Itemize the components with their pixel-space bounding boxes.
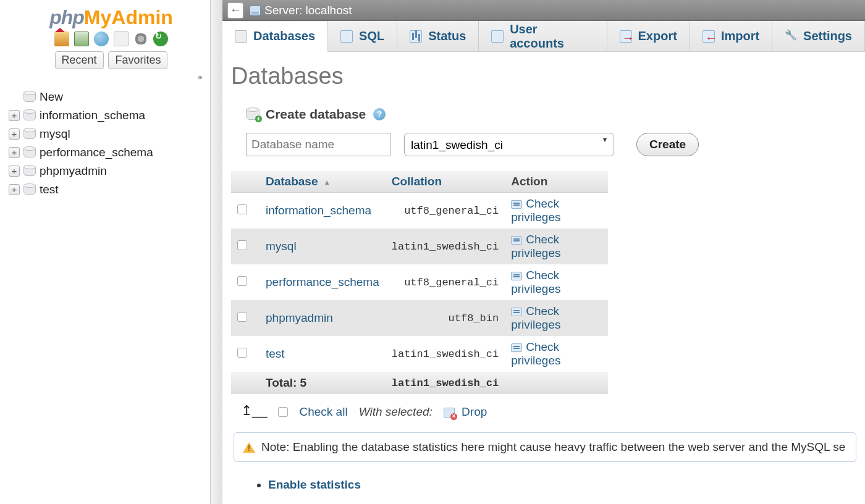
home-icon[interactable] <box>54 32 69 46</box>
top-nav-tabs: Databases SQL Status User accounts Expor… <box>222 21 865 52</box>
collation-text: utf8_general_ci <box>392 205 499 217</box>
database-link[interactable]: information_schema <box>266 204 371 217</box>
tree-item[interactable]: + information_schema <box>9 106 222 125</box>
nav-settings-icon[interactable] <box>133 32 148 46</box>
check-all-checkbox[interactable] <box>278 407 288 417</box>
col-collation[interactable]: Collation <box>386 171 505 193</box>
privileges-icon <box>511 343 522 352</box>
sidebar-tabs: Recent Favorites <box>0 51 222 73</box>
tree-item[interactable]: + mysql <box>9 125 222 143</box>
logout-icon[interactable] <box>74 32 89 46</box>
privileges-icon <box>511 308 522 316</box>
users-tab-icon <box>491 30 504 43</box>
tab-status[interactable]: Status <box>397 21 479 51</box>
query-window-icon[interactable] <box>114 32 129 46</box>
statistics-note: Note: Enabling the database statistics h… <box>234 432 856 462</box>
row-checkbox[interactable] <box>237 312 247 322</box>
expand-icon[interactable]: + <box>9 166 20 177</box>
tab-databases[interactable]: Databases <box>222 21 328 52</box>
database-icon <box>23 166 36 176</box>
note-text: Note: Enabling the database statistics h… <box>261 440 845 454</box>
check-all-link[interactable]: Check all <box>299 405 347 419</box>
help-icon[interactable]: ? <box>373 108 386 120</box>
breadcrumb-bar: ← Server: localhost <box>222 0 865 21</box>
tree-new[interactable]: New <box>9 88 222 106</box>
sidebar-resize-handle[interactable] <box>210 0 222 504</box>
expand-icon[interactable]: + <box>9 128 20 140</box>
collation-text: latin1_swedish_ci <box>392 241 499 253</box>
database-tree: New + information_schema + mysql + perfo… <box>0 83 222 199</box>
import-tab-icon <box>703 30 715 43</box>
privileges-icon <box>511 236 522 245</box>
enable-statistics-link[interactable]: Enable statistics <box>268 478 361 491</box>
col-action: Action <box>505 171 608 193</box>
databases-table: Database ▲ Collation Action information_… <box>231 171 608 394</box>
database-icon <box>23 111 36 120</box>
database-icon <box>23 185 36 195</box>
col-database[interactable]: Database ▲ <box>260 171 386 193</box>
database-name-input[interactable] <box>246 133 390 156</box>
database-link[interactable]: test <box>266 347 285 360</box>
navigation-sidebar: phpMyAdmin Recent Favorites ⚭ New + inf <box>0 0 222 504</box>
create-database-section: Create database ? latin1_swedish_ci Crea… <box>231 107 856 156</box>
with-selected-label: With selected: <box>359 405 432 419</box>
favorites-tab[interactable]: Favorites <box>108 51 167 69</box>
logo-part-myadmin: MyAdmin <box>84 6 173 28</box>
database-link[interactable]: performance_schema <box>266 275 379 288</box>
recent-tab[interactable]: Recent <box>55 51 104 69</box>
tab-settings[interactable]: Settings <box>772 21 865 51</box>
docs-icon[interactable] <box>94 32 109 46</box>
with-selected-row: ↥__ Check all With selected: Drop <box>231 394 856 432</box>
database-icon <box>23 148 36 158</box>
collapse-nav-icon[interactable]: ⚭ <box>0 73 222 83</box>
sort-asc-icon: ▲ <box>324 178 331 186</box>
breadcrumb-server-label: Server: <box>264 4 302 17</box>
database-icon <box>23 129 36 139</box>
main-panel: ← Server: localhost Databases SQL Status… <box>222 0 865 504</box>
row-checkbox[interactable] <box>237 204 247 214</box>
tab-user-accounts[interactable]: User accounts <box>479 21 607 51</box>
create-database-form: latin1_swedish_ci Create <box>246 133 856 156</box>
export-tab-icon <box>620 30 632 43</box>
collation-select[interactable]: latin1_swedish_ci <box>404 133 614 156</box>
expand-icon[interactable]: + <box>9 184 20 195</box>
tree-item[interactable]: + performance_schema <box>9 143 222 162</box>
tab-sql[interactable]: SQL <box>328 21 397 51</box>
privileges-icon <box>511 200 522 209</box>
sidebar-toolbar <box>0 30 222 51</box>
new-database-icon <box>23 92 36 102</box>
table-row: phpmyadminutf8_binCheck privileges <box>231 300 608 336</box>
row-checkbox[interactable] <box>237 240 247 250</box>
expand-icon[interactable]: + <box>9 110 20 121</box>
breadcrumb-server-link[interactable]: localhost <box>306 4 352 17</box>
drop-action[interactable]: Drop <box>444 405 487 419</box>
page-title: Databases <box>231 63 856 90</box>
server-icon <box>250 6 261 15</box>
content-area: Databases Create database ? latin1_swedi… <box>222 52 865 504</box>
create-database-header: Create database ? <box>246 107 856 122</box>
tab-import[interactable]: Import <box>690 21 772 51</box>
databases-tab-icon <box>235 30 247 43</box>
privileges-icon <box>511 272 522 280</box>
table-total-row: Total: 5 latin1_swedish_ci <box>231 372 608 394</box>
database-link[interactable]: mysql <box>266 240 297 253</box>
tree-item[interactable]: + phpmyadmin <box>9 162 222 180</box>
logo-part-php: php <box>49 6 84 28</box>
row-checkbox[interactable] <box>237 276 247 286</box>
row-checkbox[interactable] <box>237 348 247 358</box>
phpmyadmin-logo: phpMyAdmin <box>0 4 222 30</box>
table-row: testlatin1_swedish_ciCheck privileges <box>231 336 608 372</box>
tree-item[interactable]: + test <box>9 180 222 199</box>
create-database-icon <box>246 109 260 120</box>
database-link[interactable]: phpmyadmin <box>266 311 333 324</box>
arrow-up-icon: ↥__ <box>241 403 267 419</box>
collation-text: utf8_general_ci <box>392 277 499 288</box>
table-row: information_schemautf8_general_ciCheck p… <box>231 193 608 229</box>
table-row: mysqllatin1_swedish_ciCheck privileges <box>231 229 608 264</box>
reload-icon[interactable] <box>153 32 168 46</box>
create-button[interactable]: Create <box>636 133 699 156</box>
tab-export[interactable]: Export <box>607 21 690 51</box>
back-button[interactable]: ← <box>227 2 243 19</box>
warning-icon <box>243 442 255 453</box>
expand-icon[interactable]: + <box>9 147 20 158</box>
